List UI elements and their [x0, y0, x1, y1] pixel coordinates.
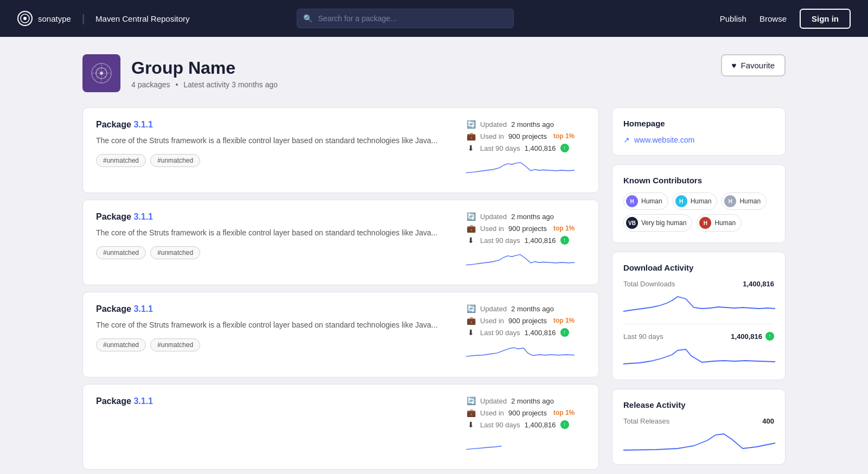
last90-value: 1,400,816 — [525, 236, 556, 245]
used-in-value: 900 projects — [508, 409, 547, 417]
search-input[interactable] — [297, 9, 514, 28]
package-card[interactable]: Package 3.1.1 The core of the Struts fra… — [82, 107, 599, 193]
download-activity-section: Download Activity Total Downloads 1,400,… — [612, 252, 786, 380]
contributor-chip[interactable]: VB Very big human — [623, 214, 692, 232]
header: sonatype | Maven Central Repository 🔍 Pu… — [0, 0, 868, 37]
sidebar: Homepage ↗ www.website.com Known Contrib… — [612, 107, 786, 470]
briefcase-icon: 💼 — [466, 408, 476, 417]
favourite-button[interactable]: ♥ Favourite — [721, 54, 786, 76]
signin-button[interactable]: Sign in — [800, 9, 851, 29]
last90-sparkline — [623, 345, 774, 369]
tag: #unmatched — [150, 246, 200, 259]
package-description: The core of the Struts framework is a fl… — [96, 135, 453, 146]
package-stats: 🔄 Updated 2 months ago 💼 Used in 900 pro… — [466, 396, 585, 429]
logo-text: sonatype — [38, 14, 71, 23]
package-card[interactable]: Package 3.1.1 🔄 Updated 2 months ago 💼 U… — [82, 384, 599, 470]
contributors-title: Known Contributors — [623, 176, 774, 185]
used-in-label: Used in — [480, 409, 504, 417]
package-tags: #unmatched#unmatched — [96, 338, 453, 351]
contributor-chip[interactable]: H Human — [697, 214, 742, 232]
package-version: 3.1.1 — [133, 396, 153, 406]
package-right: 🔄 Updated 2 months ago 💼 Used in 900 pro… — [466, 120, 585, 181]
total-downloads-label: Total Downloads — [623, 280, 675, 288]
last90-downloads-row: Last 90 days 1,400,816 ↑ — [623, 332, 774, 341]
package-name: Package — [96, 396, 133, 406]
meta-dot: • — [176, 80, 178, 89]
contributor-chip[interactable]: H Human — [673, 193, 718, 210]
package-sparkline — [466, 341, 585, 365]
last90-value: 1,400,816 ↑ — [731, 332, 774, 341]
package-name: Package — [96, 120, 133, 129]
updated-row: 🔄 Updated 2 months ago — [466, 212, 585, 221]
download-icon: ⬇ — [466, 420, 476, 429]
homepage-link[interactable]: ↗ www.website.com — [623, 136, 774, 144]
total-releases-row: Total Releases 400 — [623, 417, 774, 425]
contributor-name: Human — [691, 197, 712, 205]
release-sparkline — [623, 430, 774, 453]
group-logo — [82, 54, 120, 92]
used-in-value: 900 projects — [508, 317, 547, 325]
packages-list: Package 3.1.1 The core of the Struts fra… — [82, 107, 599, 470]
updated-label: Updated — [480, 305, 507, 313]
used-in-value: 900 projects — [508, 132, 547, 140]
header-divider: | — [82, 12, 85, 25]
tag: #unmatched — [96, 338, 146, 351]
heart-icon: ♥ — [732, 61, 737, 70]
contributor-avatar: H — [699, 217, 711, 229]
trend-icon: ↑ — [560, 144, 569, 152]
trend-icon: ↑ — [560, 236, 569, 245]
latest-activity: Latest activity 3 months ago — [183, 80, 278, 89]
publish-link[interactable]: Publish — [720, 14, 746, 23]
contributor-avatar: VB — [626, 217, 638, 229]
package-title: Package 3.1.1 — [96, 396, 453, 406]
search-container: 🔍 — [297, 9, 514, 28]
browse-link[interactable]: Browse — [760, 14, 787, 23]
refresh-icon: 🔄 — [466, 212, 476, 221]
package-card[interactable]: Package 3.1.1 The core of the Struts fra… — [82, 200, 599, 285]
updated-value: 2 months ago — [511, 397, 554, 405]
updated-label: Updated — [480, 120, 507, 129]
group-meta: 4 packages • Latest activity 3 months ag… — [131, 80, 278, 89]
used-in-row: 💼 Used in 900 projects top 1% — [466, 408, 585, 417]
package-card[interactable]: Package 3.1.1 The core of the Struts fra… — [82, 292, 599, 377]
release-activity-section: Release Activity Total Releases 400 — [612, 389, 786, 465]
package-stats: 🔄 Updated 2 months ago 💼 Used in 900 pro… — [466, 304, 585, 337]
contributors-section: Known Contributors H Human H Human H Hum… — [612, 164, 786, 243]
last90-label: Last 90 days — [480, 236, 520, 245]
contributor-name: Human — [739, 197, 761, 205]
package-version: 3.1.1 — [133, 120, 153, 129]
main-content: Group Name 4 packages • Latest activity … — [65, 37, 803, 474]
header-nav: Publish Browse Sign in — [720, 9, 851, 29]
tag: #unmatched — [96, 154, 146, 167]
package-left: Package 3.1.1 The core of the Struts fra… — [96, 304, 453, 365]
contributor-avatar: H — [626, 195, 638, 207]
contributor-avatar: H — [724, 195, 736, 207]
logo: sonatype — [17, 11, 71, 26]
package-description: The core of the Struts framework is a fl… — [96, 319, 453, 331]
package-left: Package 3.1.1 — [96, 396, 453, 457]
updated-value: 2 months ago — [511, 213, 554, 221]
last90-row: ⬇ Last 90 days 1,400,816 ↑ — [466, 236, 585, 245]
last90-row: ⬇ Last 90 days 1,400,816 ↑ — [466, 328, 585, 337]
used-in-label: Used in — [480, 225, 504, 233]
top-badge: top 1% — [553, 132, 575, 140]
package-stats: 🔄 Updated 2 months ago 💼 Used in 900 pro… — [466, 212, 585, 245]
last90-label: Last 90 days — [623, 332, 663, 341]
refresh-icon: 🔄 — [466, 304, 476, 313]
contributor-chip[interactable]: H Human — [623, 193, 668, 210]
briefcase-icon: 💼 — [466, 316, 476, 325]
total-releases-value: 400 — [762, 417, 774, 425]
external-link-icon: ↗ — [623, 136, 630, 144]
last90-row: ⬇ Last 90 days 1,400,816 ↑ — [466, 144, 585, 152]
briefcase-icon: 💼 — [466, 132, 476, 140]
package-title: Package 3.1.1 — [96, 212, 453, 222]
contributor-name: Human — [641, 197, 662, 205]
package-right: 🔄 Updated 2 months ago 💼 Used in 900 pro… — [466, 212, 585, 273]
repo-name: Maven Central Repository — [95, 14, 189, 23]
group-info: Group Name 4 packages • Latest activity … — [131, 58, 278, 89]
contributor-avatar: H — [675, 195, 687, 207]
package-sparkline — [466, 433, 585, 457]
briefcase-icon: 💼 — [466, 224, 476, 233]
contributor-chip[interactable]: H Human — [722, 193, 767, 210]
homepage-section: Homepage ↗ www.website.com — [612, 107, 786, 156]
